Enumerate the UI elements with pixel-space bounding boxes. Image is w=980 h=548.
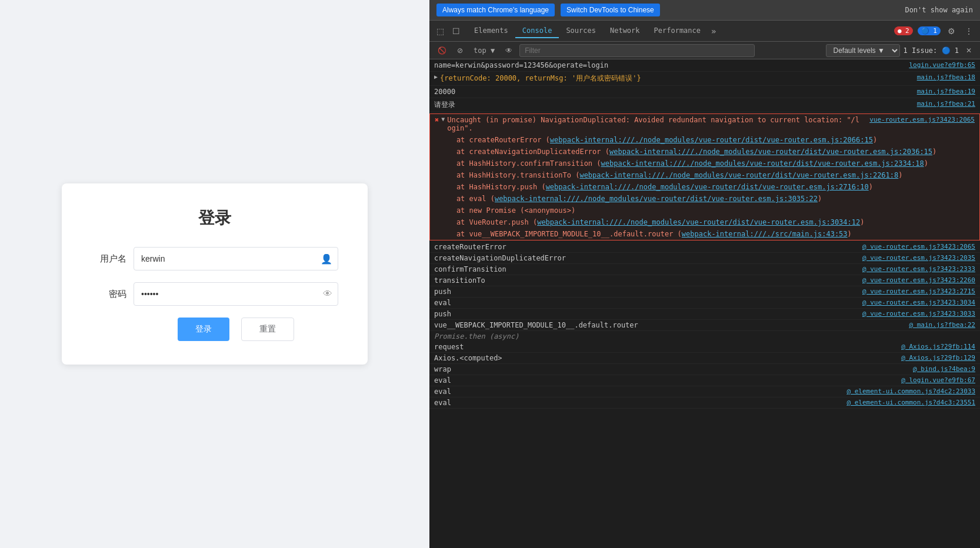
func-source[interactable]: @ vue-router.esm.js?3423:2333 [862,265,975,273]
expand-icon[interactable]: ▶ [434,73,438,80]
async-separator: Promise.then (async) [429,331,980,342]
stack-line: at new Promise (<anonymous>) [430,205,979,216]
stack-text: at HashHistory.transitionTo (webpack-int… [439,171,975,179]
username-input[interactable] [134,247,338,270]
more-options-icon[interactable]: ⋮ [962,25,975,37]
inspect-icon[interactable]: ⬚ [434,25,446,37]
console-source[interactable]: main.js?fbea:19 [917,88,975,95]
func-source[interactable]: @ bind.js?4bea:9 [913,365,975,373]
func-call-row: push @ vue-router.esm.js?3423:3033 [429,309,980,320]
stack-text: at VueRouter.push (webpack-internal:///.… [439,218,975,226]
func-call-row: eval @ element-ui.common.js?d4c2:23033 [429,386,980,397]
func-name: createRouterError [434,243,862,251]
func-source[interactable]: @ vue-router.esm.js?3423:2715 [862,288,975,295]
console-output[interactable]: name=kerwin&password=123456&operate=logi… [429,59,980,548]
console-source[interactable]: main.js?fbea:21 [917,100,975,108]
func-source[interactable]: @ main.js?fbea:22 [909,321,975,329]
eye-icon[interactable]: 👁 [323,289,332,299]
error-text: Uncaught (in promise) NavigationDuplicat… [447,116,864,132]
stack-text: at new Promise (<anonymous>) [439,206,975,215]
dont-show-again[interactable]: Don't show again [905,6,973,14]
devtools-panel: Always match Chrome's language Switch De… [429,0,980,548]
func-name: eval [434,399,846,407]
tab-icons: ⬚ ☐ [434,25,462,37]
issues-badge: 1 Issue: 🔵 1 [904,46,959,55]
password-input-wrap: 👁 [134,282,338,306]
console-filter-input[interactable] [519,44,755,57]
console-line: 请登录 main.js?fbea:21 [429,98,980,112]
top-context-selector[interactable]: top ▼ [470,45,498,56]
stack-line: at HashHistory.confirmTransition (webpac… [430,158,979,169]
reset-button[interactable]: 重置 [241,318,294,341]
func-name: confirmTransition [434,265,862,273]
console-text: 请登录 [434,100,911,110]
console-line: name=kerwin&password=123456&operate=logi… [429,59,980,72]
username-row: 用户名 👤 [91,247,338,270]
func-name: eval [434,376,901,385]
func-name: vue__WEBPACK_IMPORTED_MODULE_10__.defaul… [434,321,909,329]
filter-icon[interactable]: ⊘ [454,45,466,56]
switch-devtools-button[interactable]: Switch DevTools to Chinese [561,4,660,16]
stack-text: at HashHistory.confirmTransition (webpac… [439,159,975,168]
func-source[interactable]: @ vue-router.esm.js?3423:2065 [862,243,975,250]
func-name: push [434,310,862,318]
func-call-row: Axios.<computed> @ Axios.js?29fb:129 [429,353,980,364]
func-source[interactable]: @ login.vue?e9fb:67 [901,376,975,384]
func-name: eval [434,387,846,396]
devtools-notification-bar: Always match Chrome's language Switch De… [429,0,980,21]
login-button[interactable]: 登录 [178,318,229,341]
username-input-wrap: 👤 [134,247,338,270]
login-title: 登录 [91,207,338,229]
stack-line: at VueRouter.push (webpack-internal:///.… [430,216,979,228]
stack-text: at createNavigationDuplicatedError (webp… [439,148,975,156]
stack-text: at HashHistory.push (webpack-internal://… [439,183,975,191]
func-name: transitionTo [434,276,862,285]
func-call-row: request @ Axios.js?29fb:114 [429,342,980,353]
console-error-line: ✖ ▼ Uncaught (in promise) NavigationDupl… [430,114,979,134]
tab-elements[interactable]: Elements [467,24,515,38]
func-source[interactable]: @ Axios.js?29fb:114 [901,343,975,350]
log-level-select[interactable]: Default levels ▼ [826,44,900,57]
login-page: 登录 用户名 👤 密码 👁 登录 重置 [0,0,429,548]
close-icon[interactable]: ✕ [962,45,975,56]
message-badge: 🔵 1 [918,26,941,35]
func-source[interactable]: @ element-ui.common.js?d4c3:23551 [846,399,975,406]
stack-line: at eval (webpack-internal:///./node_modu… [430,193,979,205]
func-name: request [434,343,901,351]
clear-console-icon[interactable]: 🚫 [434,45,450,56]
func-name: eval [434,299,862,307]
console-source[interactable]: main.js?fbea:18 [917,73,975,81]
func-source[interactable]: @ element-ui.common.js?d4c2:23033 [846,387,975,395]
tab-sources[interactable]: Sources [559,24,603,38]
stack-line: at vue__WEBPACK_IMPORTED_MODULE_10__.def… [430,228,979,240]
error-source[interactable]: vue-router.esm.js?3423:2065 [869,116,975,123]
device-icon[interactable]: ☐ [450,25,462,37]
user-icon: 👤 [321,253,332,265]
eye-filter-icon[interactable]: 👁 [502,45,516,56]
stack-text: at eval (webpack-internal:///./node_modu… [439,195,975,203]
settings-icon[interactable]: ⚙ [945,25,958,37]
func-call-row: createRouterError @ vue-router.esm.js?34… [429,242,980,253]
stack-line: at HashHistory.transitionTo (webpack-int… [430,169,979,181]
func-source[interactable]: @ vue-router.esm.js?3423:3034 [862,299,975,306]
func-call-row: vue__WEBPACK_IMPORTED_MODULE_10__.defaul… [429,320,980,331]
func-source[interactable]: @ vue-router.esm.js?3423:2260 [862,276,975,284]
func-source[interactable]: @ Axios.js?29fb:129 [901,354,975,362]
func-source[interactable]: @ vue-router.esm.js?3423:2035 [862,254,975,262]
tab-console[interactable]: Console [515,24,559,38]
tab-performance[interactable]: Performance [647,24,708,38]
func-name: push [434,288,862,296]
expand-arrow-icon[interactable]: ▼ [441,116,445,122]
func-call-row: transitionTo @ vue-router.esm.js?3423:22… [429,275,980,286]
console-text: {returnCode: 20000, returnMsg: '用户名或密码错误… [440,73,911,83]
func-name: createNavigationDuplicatedError [434,254,862,262]
password-input[interactable] [134,282,338,306]
tab-network[interactable]: Network [603,24,647,38]
console-source[interactable]: login.vue?e9fb:65 [909,61,975,69]
match-language-button[interactable]: Always match Chrome's language [436,4,555,16]
stack-line: at createNavigationDuplicatedError (webp… [430,146,979,158]
func-call-row: confirmTransition @ vue-router.esm.js?34… [429,264,980,275]
func-source[interactable]: @ vue-router.esm.js?3423:3033 [862,310,975,318]
more-tabs-icon[interactable]: » [708,26,719,36]
devtools-toolbar: 🚫 ⊘ top ▼ 👁 Default levels ▼ 1 Issue: 🔵 … [429,42,980,59]
